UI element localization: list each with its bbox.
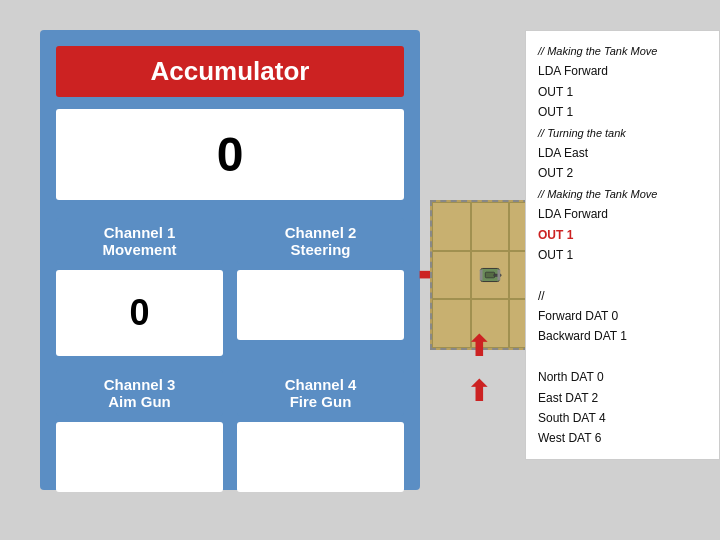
code-panel: // Making the Tank Move LDA Forward OUT … bbox=[525, 30, 720, 460]
code-line-4: OUT 1 bbox=[538, 102, 707, 122]
arrow-up-icon-1: ⬆ bbox=[467, 330, 490, 363]
accumulator-value: 0 bbox=[56, 109, 404, 200]
code-line-red: OUT 1 bbox=[538, 225, 707, 245]
svg-rect-1 bbox=[485, 272, 494, 278]
comment-2: // Turning the tank bbox=[538, 127, 626, 139]
channel-4-label: Channel 4Fire Gun bbox=[237, 370, 404, 416]
code-line-6: OUT 2 bbox=[538, 163, 707, 183]
channel-4-value bbox=[237, 422, 404, 492]
code-line-8: LDA Forward bbox=[538, 204, 707, 224]
svg-rect-3 bbox=[480, 269, 483, 280]
channel-3-block: Channel 3Aim Gun bbox=[56, 370, 223, 492]
channel-4-block: Channel 4Fire Gun bbox=[237, 370, 404, 492]
channel-2-label: Channel 2Steering bbox=[237, 218, 404, 264]
code-line-12: Backward DAT 1 bbox=[538, 326, 707, 346]
channel-3-label: Channel 3Aim Gun bbox=[56, 370, 223, 416]
channels-grid: Channel 1Movement 0 Channel 2Steering Ch… bbox=[56, 218, 404, 492]
game-cell-0 bbox=[432, 202, 471, 251]
code-line-5: // Turning the tank bbox=[538, 123, 707, 143]
game-cell-1 bbox=[471, 202, 510, 251]
channel-2-value bbox=[237, 270, 404, 340]
code-line-15: South DAT 4 bbox=[538, 408, 707, 428]
left-panel: Accumulator 0 Channel 1Movement 0 Channe… bbox=[40, 30, 420, 490]
channel-2-block: Channel 2Steering bbox=[237, 218, 404, 356]
channel-1-block: Channel 1Movement 0 bbox=[56, 218, 223, 356]
tank-icon bbox=[476, 261, 504, 289]
channel-3-value bbox=[56, 422, 223, 492]
code-line-13: North DAT 0 bbox=[538, 367, 707, 387]
game-cell-6 bbox=[432, 299, 471, 348]
code-line-7: // Making the Tank Move bbox=[538, 184, 707, 204]
code-line-2: LDA Forward bbox=[538, 61, 707, 81]
tank-cell bbox=[471, 251, 510, 300]
channel-1-value: 0 bbox=[56, 270, 223, 356]
code-line-10: // bbox=[538, 286, 707, 306]
code-line-11: Forward DAT 0 bbox=[538, 306, 707, 326]
code-line-9: OUT 1 bbox=[538, 245, 707, 265]
svg-rect-4 bbox=[497, 269, 500, 280]
game-cell-3 bbox=[432, 251, 471, 300]
comment-1: // Making the Tank Move bbox=[538, 45, 657, 57]
arrow-up-icon-2: ⬆ bbox=[467, 375, 490, 408]
code-line-14: East DAT 2 bbox=[538, 388, 707, 408]
code-line-3: OUT 1 bbox=[538, 82, 707, 102]
channel-1-label: Channel 1Movement bbox=[56, 218, 223, 264]
code-line-1: // Making the Tank Move bbox=[538, 41, 707, 61]
accumulator-title: Accumulator bbox=[56, 46, 404, 97]
code-line-lda-east: LDA East bbox=[538, 143, 707, 163]
code-line-16: West DAT 6 bbox=[538, 428, 707, 448]
comment-3: // Making the Tank Move bbox=[538, 188, 657, 200]
